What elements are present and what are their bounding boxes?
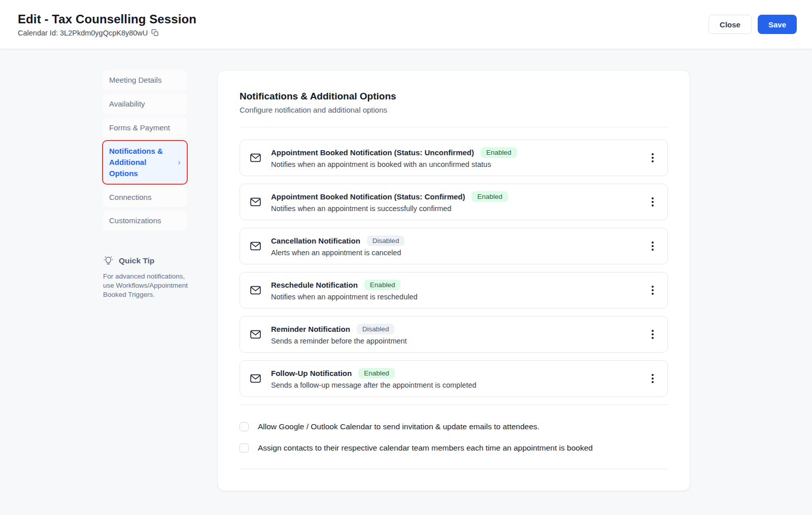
status-badge: Disabled: [367, 235, 405, 246]
kebab-dot: [652, 293, 654, 295]
chevron-right-icon: ›: [178, 156, 181, 169]
sidebar-nav-item-label: Notifications & Additional Options: [109, 146, 176, 179]
quick-tip-text: For advanced notifications, use Workflow…: [103, 272, 190, 299]
notification-row: Appointment Booked Notification (Status:…: [240, 140, 668, 176]
panel-subtitle: Configure notification and additional op…: [240, 106, 668, 114]
sidebar-nav-item[interactable]: Connections ›: [103, 187, 187, 208]
sidebar-nav-item[interactable]: Customizations ›: [103, 211, 187, 231]
divider: [240, 127, 668, 127]
notification-description: Notifies when an appointment is reschedu…: [271, 293, 636, 301]
kebab-dot: [652, 204, 654, 207]
notification-title-line: Reschedule Notification Enabled: [271, 280, 636, 290]
page-title: Edit - Tax Counselling Session: [18, 12, 196, 26]
notification-row-main: Appointment Booked Notification (Status:…: [271, 191, 636, 213]
mail-icon: [249, 328, 262, 340]
notification-row-main: Cancellation Notification Disabled Alert…: [271, 235, 636, 257]
notification-title-line: Reminder Notification Disabled: [271, 324, 636, 334]
option-row: Assign contacts to their respective cale…: [240, 443, 668, 453]
notification-list: Appointment Booked Notification (Status:…: [240, 140, 668, 397]
kebab-menu-button[interactable]: [645, 191, 660, 213]
save-button[interactable]: Save: [758, 15, 797, 34]
notification-title: Reminder Notification: [271, 325, 350, 333]
status-badge: Enabled: [481, 147, 517, 158]
mail-icon: [249, 152, 262, 164]
kebab-dot: [652, 245, 654, 247]
notification-row: Reschedule Notification Enabled Notifies…: [240, 272, 668, 308]
kebab-dot: [652, 337, 654, 339]
sidebar-nav-item[interactable]: Notifications & Additional Options ›: [103, 141, 187, 183]
notification-title: Appointment Booked Notification (Status:…: [271, 148, 474, 157]
mail-icon: [249, 240, 262, 252]
kebab-dot: [652, 197, 654, 199]
kebab-dot: [652, 153, 654, 155]
kebab-dot: [652, 157, 654, 159]
notification-title-line: Follow-Up Notification Enabled: [271, 368, 636, 379]
option-label: Assign contacts to their respective cale…: [258, 443, 593, 453]
kebab-menu-button[interactable]: [645, 147, 660, 168]
option-checkbox[interactable]: [240, 422, 249, 431]
notification-row-main: Follow-Up Notification Enabled Sends a f…: [271, 368, 636, 389]
sidebar-nav-item[interactable]: Availability ›: [103, 94, 187, 114]
notification-description: Alerts when an appointment is canceled: [271, 249, 636, 257]
kebab-dot: [652, 333, 654, 335]
additional-options: Allow Google / Outlook Calendar to send …: [240, 422, 668, 453]
kebab-dot: [652, 286, 654, 288]
notification-title: Appointment Booked Notification (Status:…: [271, 192, 465, 201]
notification-row: Cancellation Notification Disabled Alert…: [240, 228, 668, 264]
sidebar-nav-item-label: Forms & Payment: [109, 122, 170, 133]
status-badge: Disabled: [357, 324, 395, 334]
notification-row-main: Reschedule Notification Enabled Notifies…: [271, 280, 636, 301]
kebab-menu-button[interactable]: [645, 280, 660, 301]
option-checkbox[interactable]: [240, 443, 249, 453]
mail-icon: [249, 196, 262, 208]
kebab-dot: [652, 160, 654, 162]
kebab-dot: [652, 249, 654, 251]
notification-title: Reschedule Notification: [271, 281, 358, 289]
kebab-dot: [652, 201, 654, 203]
notification-row-main: Reminder Notification Disabled Sends a r…: [271, 324, 636, 345]
close-button[interactable]: Close: [708, 15, 752, 34]
lightbulb-icon: [103, 255, 114, 266]
kebab-menu-button[interactable]: [645, 368, 660, 389]
option-label: Allow Google / Outlook Calendar to send …: [258, 422, 539, 431]
copy-icon[interactable]: [151, 29, 159, 37]
mail-icon: [249, 372, 262, 385]
header-title-block: Edit - Tax Counselling Session Calendar …: [18, 12, 196, 37]
settings-nav: Meeting Details › Availability › Forms &…: [103, 70, 187, 299]
notification-description: Sends a reminder before the appointment: [271, 337, 636, 345]
content-area: Meeting Details › Availability › Forms &…: [0, 49, 812, 491]
notification-title-line: Cancellation Notification Disabled: [271, 235, 636, 246]
sidebar-nav-item-label: Connections: [109, 192, 151, 203]
page-header: Edit - Tax Counselling Session Calendar …: [0, 0, 812, 49]
kebab-dot: [652, 377, 654, 380]
notification-title-line: Appointment Booked Notification (Status:…: [271, 147, 636, 158]
kebab-dot: [652, 374, 654, 376]
kebab-menu-button[interactable]: [645, 324, 660, 345]
notification-title: Cancellation Notification: [271, 236, 360, 245]
sidebar-nav-item[interactable]: Forms & Payment ›: [103, 118, 187, 138]
notification-row: Follow-Up Notification Enabled Sends a f…: [240, 360, 668, 397]
notification-row: Reminder Notification Disabled Sends a r…: [240, 316, 668, 353]
notification-row: Appointment Booked Notification (Status:…: [240, 184, 668, 220]
option-row: Allow Google / Outlook Calendar to send …: [240, 422, 668, 431]
sidebar-nav-item-label: Meeting Details: [109, 75, 161, 86]
divider: [240, 404, 668, 405]
notification-description: Notifies when an appointment is booked w…: [271, 160, 636, 168]
sidebar-nav-item-label: Customizations: [109, 215, 161, 226]
kebab-dot: [652, 381, 654, 383]
notification-description: Notifies when an appointment is successf…: [271, 204, 636, 213]
notification-row-main: Appointment Booked Notification (Status:…: [271, 147, 636, 168]
kebab-dot: [652, 330, 654, 332]
quick-tip-header: Quick Tip: [103, 255, 187, 266]
kebab-menu-button[interactable]: [645, 235, 660, 257]
sidebar-nav-item[interactable]: Meeting Details ›: [103, 70, 187, 90]
calendar-id-text: Calendar Id: 3L2Pkdm0ygQcpK8y80wU: [18, 29, 148, 37]
notification-title: Follow-Up Notification: [271, 369, 352, 377]
panel-title: Notifications & Additional Options: [240, 91, 668, 102]
settings-nav-items: Meeting Details › Availability › Forms &…: [103, 70, 187, 231]
quick-tip: Quick Tip For advanced notifications, us…: [103, 255, 187, 299]
mail-icon: [249, 284, 262, 296]
kebab-dot: [652, 289, 654, 291]
quick-tip-title: Quick Tip: [119, 256, 154, 265]
status-badge: Enabled: [358, 368, 395, 379]
